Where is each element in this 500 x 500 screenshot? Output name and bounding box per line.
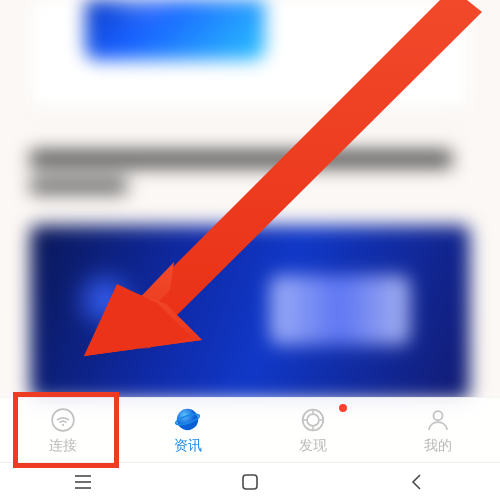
svg-point-4 <box>307 414 319 426</box>
svg-point-0 <box>61 423 63 425</box>
tab-news[interactable]: 资讯 <box>125 398 250 462</box>
svg-point-5 <box>433 411 442 420</box>
wifi-icon <box>49 406 77 434</box>
tab-news-label: 资讯 <box>174 437 202 455</box>
tab-me-label: 我的 <box>424 437 452 455</box>
tab-connect-label: 连接 <box>49 437 77 455</box>
globe-icon <box>174 406 202 434</box>
svg-rect-9 <box>243 475 257 489</box>
android-nav-bar <box>0 462 500 500</box>
product-card <box>30 0 470 110</box>
discover-icon <box>299 406 327 434</box>
nav-recents[interactable] <box>63 472 103 492</box>
product-image <box>85 0 265 60</box>
tab-discover-label: 发现 <box>299 437 327 455</box>
nav-back[interactable] <box>397 472 437 492</box>
person-icon <box>424 406 452 434</box>
tab-connect[interactable]: 连接 <box>0 398 125 462</box>
tab-discover[interactable]: 发现 <box>250 398 375 462</box>
tab-me[interactable]: 我的 <box>375 398 500 462</box>
badge-dot <box>339 404 347 412</box>
nav-home[interactable] <box>230 472 270 492</box>
promo-banner-blurred <box>30 225 470 400</box>
article-title-blurred <box>30 150 470 210</box>
bottom-tab-bar: 连接 资讯 发现 <box>0 397 500 462</box>
blurred-content <box>0 0 500 417</box>
